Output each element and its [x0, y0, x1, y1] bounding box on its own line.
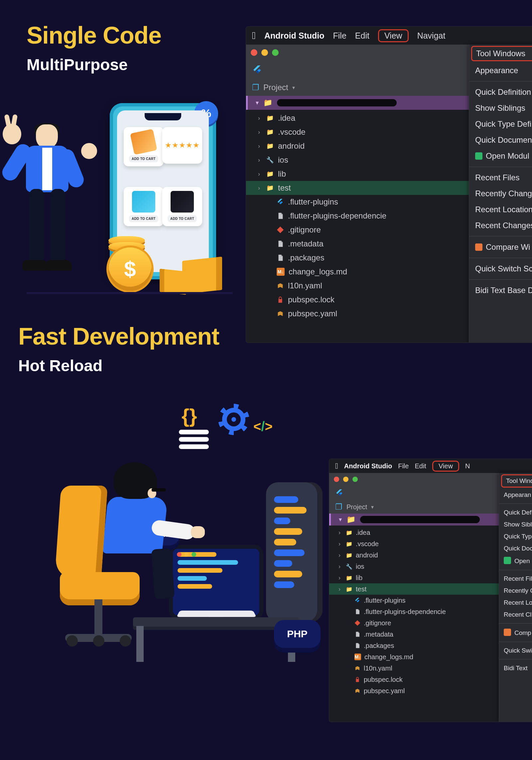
- monitor: [173, 549, 259, 615]
- menu-item[interactable]: Recently Chang: [469, 186, 532, 202]
- macos-menubar:  Android Studio File Edit View N: [329, 459, 532, 473]
- menu-item[interactable]: Recent Cl: [499, 609, 532, 621]
- file-icon: [354, 643, 360, 649]
- menu-item-label: Recently C: [504, 587, 532, 594]
- window-close-button[interactable]: [251, 49, 257, 56]
- add-to-cart-button[interactable]: ADD TO CART: [129, 155, 158, 162]
- person-avatar: [7, 119, 83, 285]
- menu-item[interactable]: Bidi Text Base D: [469, 282, 532, 298]
- menu-item-label: Compare Wi: [486, 242, 530, 251]
- menu-item[interactable]: Quick Swi: [499, 645, 532, 657]
- add-to-cart-button[interactable]: ADD TO CART: [129, 215, 158, 222]
- menu-item[interactable]: Quick Typ: [499, 531, 532, 542]
- menu-item[interactable]: Recent Fil: [499, 573, 532, 585]
- menu-item[interactable]: Recent Location: [469, 202, 532, 218]
- menu-item[interactable]: Appearan: [499, 489, 532, 501]
- window-maximize-button[interactable]: [352, 477, 358, 482]
- product-card: ADD TO CART: [124, 187, 164, 226]
- apple-icon[interactable]: : [252, 30, 256, 41]
- folder-icon: 📁: [346, 574, 352, 581]
- menu-item-label: Tool Wind: [506, 477, 532, 484]
- menu-item-label: Bidi Text Base D: [475, 286, 532, 295]
- project-label: Project: [346, 503, 367, 511]
- menu-view[interactable]: View: [432, 461, 459, 472]
- braces-icon: {}: [182, 404, 197, 427]
- floor-line: [27, 292, 233, 294]
- menu-item[interactable]: Compare Wi: [469, 239, 532, 255]
- menu-item[interactable]: Recent Files: [469, 170, 532, 186]
- apple-icon[interactable]: : [335, 461, 338, 471]
- menu-item[interactable]: Quick Doc: [499, 542, 532, 554]
- section2-heading: Fast Development: [18, 323, 219, 350]
- menu-item[interactable]: Bidi Text: [499, 662, 532, 674]
- chair: [53, 502, 150, 652]
- menu-item-label: Show Siblings: [475, 103, 525, 112]
- menu-edit[interactable]: Edit: [355, 31, 369, 41]
- section1-subheading: MultiPurpose: [27, 56, 161, 74]
- menu-item[interactable]: Comp: [499, 626, 532, 639]
- menu-item[interactable]: Tool Wind: [501, 474, 532, 488]
- menu-item[interactable]: Quick Definition: [469, 84, 532, 100]
- menu-separator: [469, 279, 532, 280]
- tree-node-label: pubspec.yaml: [364, 687, 405, 695]
- tree-node-label: .flutter-plugins-dependencie: [364, 608, 446, 616]
- tree-node-label: .packages: [288, 253, 324, 262]
- menu-separator: [499, 570, 532, 570]
- chevron-down-icon: ▾: [371, 504, 374, 510]
- menu-item[interactable]: Recent Lo: [499, 597, 532, 609]
- menu-navigate[interactable]: N: [465, 462, 470, 470]
- menu-item-label: Recent Files: [475, 173, 519, 182]
- chevron-down-icon: ▾: [256, 99, 259, 106]
- menu-item-label: Recent Fil: [504, 575, 532, 582]
- menu-file[interactable]: File: [333, 31, 346, 41]
- menu-item[interactable]: Quick Def: [499, 507, 532, 519]
- menu-item[interactable]: Quick Switch Sc: [469, 261, 532, 277]
- menu-item[interactable]: Recently C: [499, 585, 532, 597]
- tree-node-label: l10n.yaml: [288, 281, 322, 290]
- chevron-right-icon: ›: [256, 157, 262, 164]
- folder-icon: 📁: [346, 540, 352, 547]
- menu-separator: [499, 642, 532, 642]
- menu-item-label: Quick Def: [504, 509, 531, 516]
- illustration-shopping: % ADD TO CART ★★★★★ ADD TO CART ADD TO C…: [13, 100, 226, 289]
- window-minimize-button[interactable]: [343, 477, 348, 482]
- menu-item-label: Recent Changes: [475, 221, 532, 230]
- menu-item[interactable]: Show Sibl: [499, 519, 532, 531]
- tree-node-label: pubspec.lock: [288, 295, 334, 304]
- window-close-button[interactable]: [334, 477, 339, 482]
- menu-item-label: Show Sibl: [504, 521, 532, 528]
- window-minimize-button[interactable]: [261, 49, 268, 56]
- menu-item[interactable]: Open: [499, 554, 532, 567]
- menu-item-label: Quick Documen: [475, 135, 532, 144]
- menu-separator: [499, 504, 532, 504]
- menu-file[interactable]: File: [398, 462, 409, 470]
- macos-menubar:  Android Studio File Edit View Navigat: [246, 27, 532, 45]
- menu-item-icon: [475, 243, 482, 251]
- add-to-cart-button[interactable]: ADD TO CART: [168, 215, 197, 222]
- tree-node-label: .flutter-plugins-dependencie: [288, 211, 386, 221]
- menu-item-label: Open: [514, 557, 530, 564]
- menu-item[interactable]: Tool Windows: [471, 46, 532, 61]
- illustration-developer: {} </> HTML PHP: [37, 406, 299, 665]
- menu-view[interactable]: View: [378, 29, 409, 42]
- tree-node-label: .vscode: [278, 127, 306, 137]
- menu-item[interactable]: Open Modul: [469, 148, 532, 164]
- menu-item[interactable]: Quick Type Defi: [469, 116, 532, 132]
- tree-node-label: .flutter-plugins: [288, 197, 338, 207]
- menu-navigate[interactable]: Navigat: [417, 31, 446, 41]
- menu-edit[interactable]: Edit: [415, 462, 426, 470]
- flutter-icon: [252, 65, 263, 75]
- menu-item[interactable]: Recent Changes: [469, 218, 532, 233]
- menu-separator: [469, 167, 532, 167]
- flutter-icon: [277, 198, 284, 206]
- code-tag-icon: </>: [253, 419, 273, 434]
- tree-node-label: test: [278, 183, 291, 193]
- php-badge: PHP: [274, 620, 321, 648]
- rating-card: ★★★★★: [162, 127, 202, 164]
- menu-item[interactable]: Show Siblings: [469, 100, 532, 116]
- window-maximize-button[interactable]: [272, 49, 279, 56]
- menu-item-label: Quick Typ: [504, 533, 532, 540]
- chevron-right-icon: ›: [336, 586, 342, 593]
- menu-item[interactable]: Quick Documen: [469, 132, 532, 148]
- menu-item[interactable]: Appearance: [469, 63, 532, 78]
